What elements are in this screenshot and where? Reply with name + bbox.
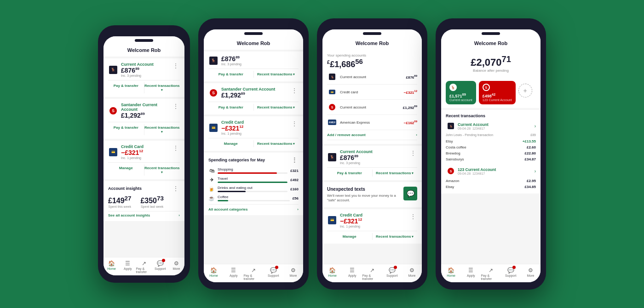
phone-header-4: Welcome Rob [441, 38, 540, 50]
nav-home-2[interactable]: 🏠 Home [204, 266, 224, 281]
drinks-icon: 🍺 [208, 186, 215, 192]
coffee-icon: ☕ [208, 195, 215, 201]
main-pay-3[interactable]: Pay & transfer [327, 170, 372, 177]
credit-menu-1[interactable]: ⋮ [172, 144, 180, 152]
nav-more-2[interactable]: ⚙ More [283, 266, 303, 281]
account-list-santander-3: S Current account £1,29289 [327, 100, 417, 115]
account-list-amex-3: AMEX American Express −£16209 [327, 115, 417, 130]
nav-apply-3[interactable]: ☰ Apply [342, 266, 362, 281]
credit-manage-3[interactable]: Manage [327, 233, 372, 240]
see-all-insights-1[interactable]: See all account insights › [108, 211, 180, 217]
category-coffee: ☕ Coffee £56 [208, 195, 299, 201]
santander-menu-2[interactable]: ⋮ [290, 87, 299, 94]
add-account-chip-4[interactable]: + [518, 84, 532, 97]
current-account-balance-1: £87689 [121, 67, 154, 74]
123-account-arrow-4[interactable]: › [535, 169, 536, 174]
nav-apply-1[interactable]: ☰ Apply [120, 259, 136, 274]
nav-home-4[interactable]: 🏠 Home [441, 266, 461, 281]
nav-more-1[interactable]: ⚙ More [168, 259, 184, 274]
credit-recent-2[interactable]: Recent transactions [254, 140, 299, 147]
santander-recent-2[interactable]: Recent transactions [254, 104, 299, 111]
nav-home-1[interactable]: 🏠 Home [104, 259, 120, 274]
nav-pay-1[interactable]: ↗ Pay & transfer [136, 259, 152, 274]
insights-menu-1[interactable]: ⋮ [172, 185, 180, 192]
pay-transfer-btn-2[interactable]: Pay & transfer [208, 71, 253, 78]
nav-more-4[interactable]: ⚙ More [521, 266, 540, 281]
nav-pay-3[interactable]: ↗ Pay & transfer [362, 266, 382, 281]
home-icon-2: 🏠 [210, 267, 217, 274]
nav-more-3[interactable]: ⚙ More [402, 266, 422, 281]
nav-pay-2[interactable]: ↗ Pay & transfer [243, 266, 263, 281]
category-travel: ✈ Travel £492 [208, 177, 299, 183]
credit-menu-3[interactable]: ⋮ [409, 213, 417, 220]
al-amex-icon-3: AMEX [327, 117, 337, 127]
credit-recent-3[interactable]: Recent transactions [373, 233, 418, 240]
phone-content-4: £2,07071 Balance after pending 🦌 £1,5718… [441, 50, 540, 264]
main-account-menu-3[interactable]: ⋮ [409, 149, 417, 157]
status-bar-4 [441, 29, 540, 38]
status-dot-4 [482, 32, 500, 35]
balance-big-4: £2,07071 Balance after pending [441, 50, 540, 77]
current-account-icon-1: 🦌 [108, 65, 118, 75]
manage-btn-1[interactable]: Manage [108, 165, 144, 176]
recent-transactions-btn-1[interactable]: Recent transactions [144, 82, 180, 93]
status-bar-1 [104, 36, 184, 45]
manage-btn-2[interactable]: Manage [208, 140, 253, 147]
santander-recent-1[interactable]: Recent transactions [144, 124, 180, 135]
phone-4: Welcome Rob £2,07071 Balance after pendi… [436, 18, 546, 290]
account-chips-4: 🦌 £1,57189 Current account S £49842 123 … [441, 77, 540, 108]
santander-menu-1[interactable]: ⋮ [172, 103, 180, 110]
phone-screen-4: Welcome Rob £2,07071 Balance after pendi… [441, 29, 540, 282]
transaction-brewdog-4: Brewdog £22.80 [446, 150, 536, 156]
chip-current-4[interactable]: 🦌 £1,57189 Current account [446, 81, 476, 104]
transaction-account-current-4: 🦌 Current Account 09-04-28 1234817 [446, 121, 536, 131]
credit-card-icon-1: 💳 [108, 147, 118, 157]
phone-content-1: 🦌 Current Account £87689 Inc. 3 pending … [104, 57, 184, 257]
nav-apply-2[interactable]: ☰ Apply [224, 266, 243, 281]
credit-card-1: 💳 Credit Card −£32112 Inc. 1 pending ⋮ [104, 141, 184, 179]
pay-transfer-btn-1[interactable]: Pay & transfer [108, 82, 144, 93]
main-recent-3[interactable]: Recent transactions [373, 170, 418, 177]
nav-support-3[interactable]: 💬 Support [382, 266, 402, 281]
more-icon-2: ⚙ [291, 267, 296, 274]
santander-pay-transfer-1[interactable]: Pay & transfer [108, 124, 144, 135]
nav-support-1[interactable]: 💬 Support [152, 259, 168, 274]
support-icon-1: 💬 [157, 260, 164, 267]
chip-santander-icon-4: S [483, 84, 490, 91]
credit-recent-1[interactable]: Recent transactions [144, 165, 180, 176]
credit-menu-2[interactable]: ⋮ [290, 120, 299, 127]
status-dot-1 [135, 39, 153, 42]
phone-2: Welcome Rob 🦌 £87689 Inc. 3 pending [198, 18, 309, 290]
nav-apply-4[interactable]: ☰ Apply [461, 266, 481, 281]
phone-screen-1: Welcome Rob 🦌 Current Account £87689 [104, 36, 184, 275]
nav-support-2[interactable]: 💬 Support [264, 266, 283, 281]
chip-horse-icon-4: 🦌 [449, 84, 457, 91]
categories-title-2: Spending categories for May [208, 158, 265, 162]
add-remove-btn-3[interactable]: Add / remove account › [327, 130, 417, 140]
all-categories-link-2[interactable]: All account categories › [208, 204, 299, 211]
recent-transactions-btn-2[interactable]: Recent transactions [254, 71, 299, 78]
apply-icon-1: ☰ [125, 260, 130, 267]
nav-pay-4[interactable]: ↗ Pay & transfer [481, 266, 500, 281]
transaction-amazon-4: Amazon £2.95 [446, 178, 536, 184]
nav-support-4[interactable]: 💬 Support [501, 266, 521, 281]
al-credit-icon-3: 💳 [327, 87, 337, 97]
categories-menu-2[interactable]: ⋮ [290, 156, 299, 164]
nav-home-3[interactable]: 🏠 Home [322, 266, 342, 281]
credit-icon-2: 💳 [208, 123, 218, 133]
chip-123-4[interactable]: S £49842 123 Current Account [479, 81, 516, 104]
account-list-credit-3: 💳 Credit card −£32112 [327, 85, 417, 100]
current-account-menu-1[interactable]: ⋮ [172, 62, 180, 69]
insights-title-1: Account insights [108, 186, 142, 191]
last-week-label-1: Spent last week [140, 205, 163, 208]
alert-title-3: Unexpected texts [327, 187, 400, 192]
apply-icon-2: ☰ [231, 267, 236, 274]
santander-pay-2[interactable]: Pay & transfer [208, 104, 253, 111]
current-account-arrow-4[interactable]: › [535, 124, 536, 129]
al-current-icon-3: 🦌 [327, 72, 337, 82]
more-icon-3: ⚙ [409, 267, 414, 274]
support-icon-4: 💬 [507, 267, 514, 274]
phone-3: Welcome Rob Your spending accounts ££1,6… [317, 18, 427, 290]
transaction-sainsburys-4: Sainsburys £34.87 [446, 156, 536, 162]
santander-account-card-1: S Santander Current Account £1,29289 ⋮ P… [104, 99, 184, 139]
